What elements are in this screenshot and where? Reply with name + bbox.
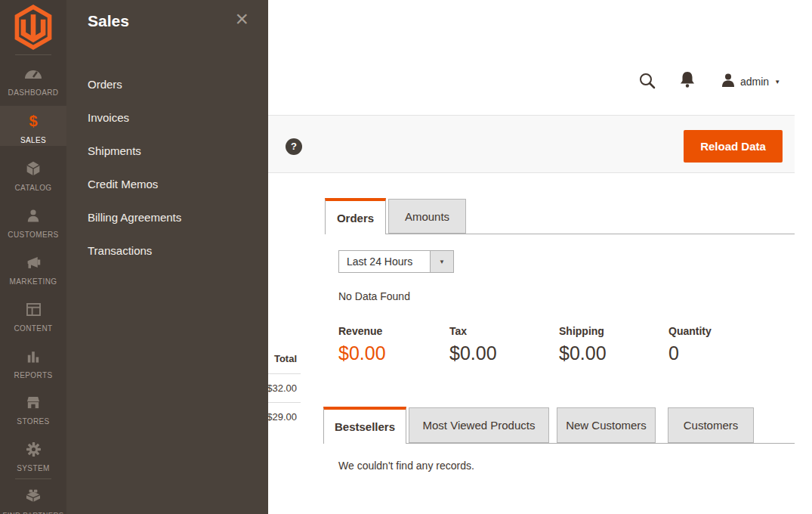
sidebar-item-sales[interactable]: $ SALES — [0, 106, 66, 146]
user-avatar-icon — [721, 73, 735, 90]
sidebar-divider — [15, 54, 51, 55]
stat-revenue: Revenue $0.00 — [338, 325, 386, 364]
sidebar-item-label: MARKETING — [9, 277, 57, 286]
sidebar-item-label: CONTENT — [14, 324, 52, 333]
tab-amounts[interactable]: Amounts — [388, 199, 466, 234]
menu-item-orders[interactable]: Orders — [66, 68, 268, 101]
username-label: admin — [740, 76, 769, 88]
menu-item-transactions[interactable]: Transactions — [66, 234, 268, 268]
magento-admin-dashboard: Total $32.00 $29.00 admin ▼ ? Reload Dat… — [0, 0, 812, 514]
menu-item-shipments[interactable]: Shipments — [66, 135, 268, 168]
flyout-title: Sales — [88, 12, 129, 30]
stat-label: Tax — [449, 325, 497, 337]
stat-quantity: Quantity 0 — [668, 325, 712, 364]
no-records-message: We couldn't find any records. — [338, 460, 474, 472]
sidebar-item-label: STORES — [17, 417, 49, 426]
tab-strip-divider — [325, 234, 795, 234]
notifications-bell-icon[interactable] — [679, 71, 696, 91]
sidebar-item-label: DASHBOARD — [8, 88, 59, 97]
sales-flyout-menu: Sales × Orders Invoices Shipments Credit… — [66, 0, 268, 514]
tab-label: New Customers — [566, 419, 647, 432]
magento-logo[interactable] — [13, 5, 54, 50]
sidebar-item-label: FIND PARTNERS — [3, 510, 64, 514]
menu-item-invoices[interactable]: Invoices — [66, 101, 268, 135]
sidebar-item-label: REPORTS — [14, 371, 53, 379]
tab-label: Customers — [684, 419, 739, 432]
menu-item-billing-agreements[interactable]: Billing Agreements — [66, 201, 268, 234]
person-icon — [0, 207, 66, 224]
admin-sidebar: DASHBOARD $ SALES CATALOG CUSTOMERS MARK… — [0, 0, 66, 514]
help-icon[interactable]: ? — [286, 138, 302, 155]
no-data-message: No Data Found — [338, 290, 410, 302]
date-range-select[interactable]: Last 24 Hours ▼ — [338, 250, 454, 273]
sidebar-item-label: CATALOG — [14, 184, 51, 192]
sidebar-item-marketing[interactable]: MARKETING — [0, 254, 66, 287]
sidebar-item-system[interactable]: SYSTEM — [0, 441, 66, 474]
stat-shipping: Shipping $0.00 — [559, 325, 607, 364]
sidebar-item-find-partners[interactable]: FIND PARTNERS — [0, 487, 66, 514]
gear-icon — [0, 441, 66, 457]
tab-orders[interactable]: Orders — [325, 198, 386, 234]
stat-value: $0.00 — [338, 342, 386, 364]
stat-label: Shipping — [559, 325, 607, 337]
stat-label: Quantity — [668, 325, 712, 337]
tab-new-customers[interactable]: New Customers — [557, 407, 656, 443]
sidebar-divider — [15, 478, 51, 479]
stat-value: $0.00 — [449, 342, 497, 364]
stat-label: Revenue — [338, 325, 386, 337]
tab-customers[interactable]: Customers — [668, 407, 754, 443]
tab-bestsellers[interactable]: Bestsellers — [323, 407, 406, 444]
sidebar-item-content[interactable]: CONTENT — [0, 301, 66, 334]
sidebar-item-customers[interactable]: CUSTOMERS — [0, 207, 66, 240]
dollar-icon: $ — [0, 113, 66, 129]
stat-value: $0.00 — [559, 342, 607, 364]
sidebar-item-label: CUSTOMERS — [8, 231, 58, 239]
sidebar-item-label: SALES — [20, 136, 46, 144]
chevron-down-icon: ▼ — [774, 79, 780, 85]
chevron-down-icon: ▼ — [439, 259, 445, 265]
sidebar-item-stores[interactable]: STORES — [0, 394, 66, 427]
sidebar-item-reports[interactable]: REPORTS — [0, 348, 66, 381]
menu-item-credit-memos[interactable]: Credit Memos — [66, 168, 268, 201]
tab-most-viewed-products[interactable]: Most Viewed Products — [409, 407, 549, 443]
search-icon[interactable] — [638, 72, 656, 92]
admin-user-menu[interactable]: admin ▼ — [721, 73, 780, 90]
reload-data-button[interactable]: Reload Data — [684, 130, 783, 163]
cube-icon — [0, 160, 66, 177]
stat-value: 0 — [668, 342, 712, 364]
tab-label: Amounts — [405, 210, 449, 223]
tab-label: Most Viewed Products — [423, 419, 536, 432]
select-caret-button[interactable]: ▼ — [430, 251, 453, 272]
sidebar-item-dashboard[interactable]: DASHBOARD — [0, 65, 66, 98]
brick-icon — [0, 487, 66, 503]
bar-chart-icon — [0, 348, 66, 364]
megaphone-icon — [0, 254, 66, 271]
close-icon[interactable]: × — [235, 8, 249, 30]
date-range-value: Last 24 Hours — [347, 251, 412, 272]
layout-icon — [0, 301, 66, 317]
sidebar-item-label: SYSTEM — [17, 464, 50, 472]
gauge-icon — [0, 65, 66, 82]
tab-label: Bestsellers — [335, 420, 395, 433]
tab-label: Orders — [337, 212, 374, 224]
stat-tax: Tax $0.00 — [449, 325, 497, 364]
storefront-icon — [0, 394, 66, 410]
sidebar-item-catalog[interactable]: CATALOG — [0, 160, 66, 194]
